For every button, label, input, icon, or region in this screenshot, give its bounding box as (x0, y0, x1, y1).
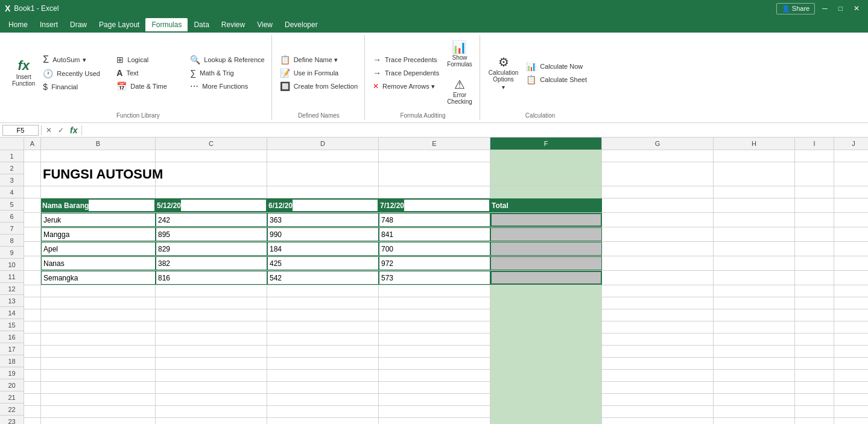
cell-a3[interactable] (24, 186, 41, 198)
cell-a13[interactable] (24, 321, 41, 334)
cell-h10[interactable] (714, 285, 795, 297)
cell-g21[interactable] (602, 418, 714, 424)
row-num-6[interactable]: 6 (0, 210, 24, 223)
header-date1[interactable]: 5/12/20 (157, 200, 181, 211)
cell-c6[interactable]: 895 (156, 227, 267, 241)
trace-dependents-button[interactable]: → Trace Dependents (370, 67, 442, 79)
cell-j11[interactable] (834, 297, 868, 309)
cell-f18[interactable] (490, 382, 602, 394)
calculate-now-button[interactable]: 📊 Calculate Now (523, 60, 595, 72)
cell-f20[interactable] (490, 406, 602, 418)
row-num-22[interactable]: 22 (0, 403, 24, 416)
cell-e19[interactable] (379, 394, 490, 406)
menu-page-layout[interactable]: Page Layout (93, 18, 145, 31)
share-button[interactable]: 👤 Share (776, 3, 815, 14)
cell-a17[interactable] (24, 370, 41, 382)
cell-c16[interactable] (156, 358, 267, 370)
cell-e15[interactable] (379, 346, 490, 358)
cell-h7[interactable] (714, 242, 795, 256)
cell-d6[interactable]: 990 (267, 227, 379, 241)
cell-a5[interactable] (24, 213, 41, 227)
cell-j16[interactable] (834, 358, 868, 370)
cell-i16[interactable] (795, 358, 834, 370)
cell-d4[interactable]: 6/12/20 (267, 198, 379, 212)
cell-f14[interactable] (490, 334, 602, 346)
cell-b14[interactable] (41, 334, 156, 346)
cell-g19[interactable] (602, 394, 714, 406)
cell-e5[interactable]: 748 (379, 213, 490, 227)
menu-draw[interactable]: Draw (64, 18, 93, 31)
trace-precedents-button[interactable]: → Trace Precedents (370, 54, 442, 66)
cell-d5[interactable]: 363 (267, 213, 379, 227)
cell-a14[interactable] (24, 334, 41, 346)
cell-g1[interactable] (602, 150, 714, 162)
confirm-formula-icon[interactable]: ✓ (56, 126, 66, 134)
cell-d9[interactable]: 542 (267, 271, 379, 285)
cell-b5[interactable]: Jeruk (41, 213, 156, 227)
col-header-i[interactable]: I (795, 138, 834, 150)
financial-button[interactable]: $ Financial (40, 81, 112, 93)
menu-view[interactable]: View (251, 18, 279, 31)
cell-g2[interactable] (602, 162, 714, 186)
cell-g15[interactable] (602, 346, 714, 358)
cell-g6[interactable] (602, 227, 714, 241)
cell-b6[interactable]: Mangga (41, 227, 156, 241)
cell-f17[interactable] (490, 370, 602, 382)
cell-e11[interactable] (379, 297, 490, 309)
recently-used-button[interactable]: 🕐 Recently Used (40, 68, 112, 80)
row-num-4[interactable]: 4 (0, 186, 24, 198)
calculate-sheet-button[interactable]: 📋 Calculate Sheet (523, 74, 595, 86)
cell-e2[interactable] (379, 162, 490, 186)
cell-e18[interactable] (379, 382, 490, 394)
row-num-2[interactable]: 2 (0, 162, 24, 174)
cell-c18[interactable] (156, 382, 267, 394)
row-num-23[interactable]: 23 (0, 416, 24, 424)
cell-i1[interactable] (795, 150, 834, 162)
cell-c12[interactable] (156, 309, 267, 321)
cell-d8[interactable]: 425 (267, 256, 379, 270)
cell-a10[interactable] (24, 285, 41, 297)
cell-h9[interactable] (714, 271, 795, 285)
math-trig-button[interactable]: ∑ Math & Trig (187, 67, 267, 79)
cell-i3[interactable] (795, 186, 834, 198)
cell-j10[interactable] (834, 285, 868, 297)
cell-h14[interactable] (714, 334, 795, 346)
cell-c3[interactable] (156, 186, 267, 198)
cell-f21[interactable] (490, 418, 602, 424)
cell-e16[interactable] (379, 358, 490, 370)
cell-g5[interactable] (602, 213, 714, 227)
cell-h5[interactable] (714, 213, 795, 227)
cell-j17[interactable] (834, 370, 868, 382)
cell-i11[interactable] (795, 297, 834, 309)
cell-d10[interactable] (267, 285, 379, 297)
cell-i18[interactable] (795, 382, 834, 394)
cell-i5[interactable] (795, 213, 834, 227)
cell-a1[interactable] (24, 150, 41, 162)
cell-b3[interactable] (41, 186, 156, 198)
cell-f19[interactable] (490, 394, 602, 406)
cell-c21[interactable] (156, 418, 267, 424)
cell-f4[interactable]: Total (490, 198, 602, 212)
cell-c19[interactable] (156, 394, 267, 406)
cell-g13[interactable] (602, 321, 714, 334)
cell-i17[interactable] (795, 370, 834, 382)
cell-h11[interactable] (714, 297, 795, 309)
cell-h2[interactable] (714, 162, 795, 186)
cell-a18[interactable] (24, 382, 41, 394)
minimize-button[interactable]: ─ (819, 4, 831, 13)
cell-i8[interactable] (795, 256, 834, 270)
cell-g12[interactable] (602, 309, 714, 321)
cell-f8[interactable] (490, 256, 602, 270)
cell-j9[interactable] (834, 271, 868, 285)
cell-b20[interactable] (41, 406, 156, 418)
col-header-f[interactable]: F (490, 138, 602, 150)
cell-f16[interactable] (490, 358, 602, 370)
cell-f15[interactable] (490, 346, 602, 358)
cell-i7[interactable] (795, 242, 834, 256)
cell-j18[interactable] (834, 382, 868, 394)
cell-e14[interactable] (379, 334, 490, 346)
create-from-selection-button[interactable]: 🔲 Create from Selection (277, 80, 361, 92)
menu-developer[interactable]: Developer (279, 18, 324, 31)
row-num-17[interactable]: 17 (0, 343, 24, 355)
cell-h8[interactable] (714, 256, 795, 270)
